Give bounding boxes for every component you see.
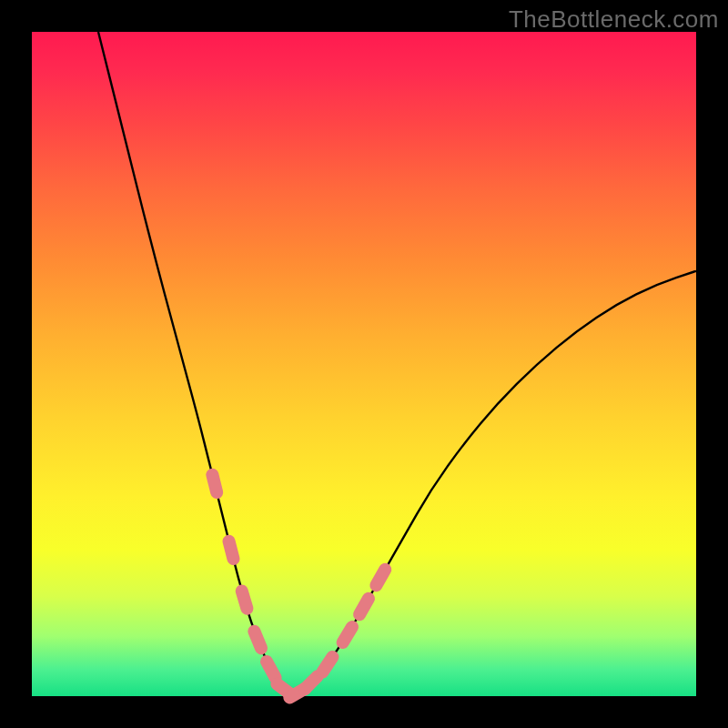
curve-marker <box>368 561 394 593</box>
chart-frame: TheBottleneck.com <box>0 0 728 728</box>
curve-marker <box>246 623 269 657</box>
curve-marker <box>205 467 225 500</box>
curve-marker <box>314 648 342 681</box>
curve-marker <box>350 590 377 622</box>
curve-svg <box>32 32 696 696</box>
curve-marker <box>221 533 241 566</box>
watermark-text: TheBottleneck.com <box>509 5 719 34</box>
bottleneck-curve <box>98 32 696 694</box>
plot-area <box>32 32 696 696</box>
curve-marker <box>334 618 361 651</box>
curve-marker <box>234 583 255 617</box>
curve-markers <box>205 467 394 706</box>
